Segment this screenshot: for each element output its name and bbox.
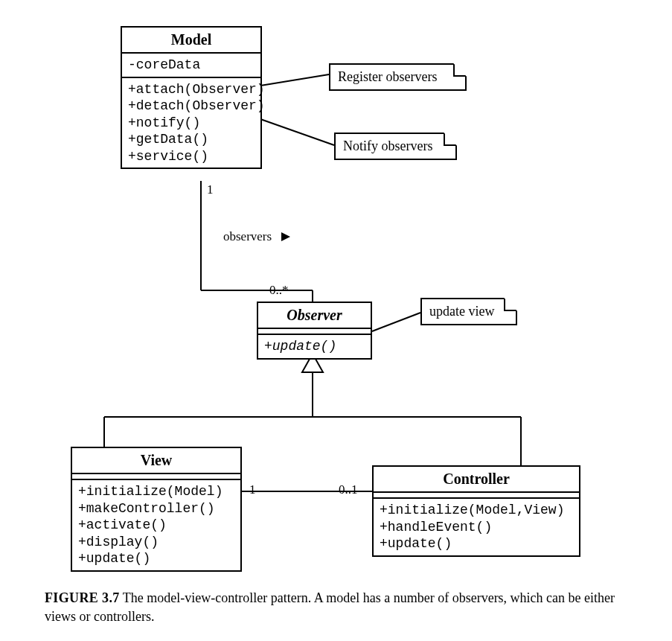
class-ops-model: +attach(Observer) +detach(Observer) +not… <box>122 78 260 168</box>
note-notify-observers: Notify observers <box>334 133 457 160</box>
class-observer: Observer +update() <box>257 302 372 360</box>
class-name-view: View <box>72 448 240 474</box>
svg-line-0 <box>260 74 329 86</box>
multiplicity-model: 1 <box>207 182 214 197</box>
multiplicity-observer: 0..* <box>269 283 289 298</box>
note-register-observers: Register observers <box>329 63 467 91</box>
figure-label: FIGURE 3.7 <box>45 590 120 605</box>
note-dogear-icon <box>444 133 457 146</box>
empty-attrs-sep <box>258 329 371 335</box>
note-text: Notify observers <box>343 138 432 153</box>
empty-attrs-sep <box>374 493 579 499</box>
note-dogear-icon <box>504 298 517 311</box>
class-attrs-model: -coreData <box>122 54 260 78</box>
figure-text: The model-view-controller pattern. A mod… <box>45 590 615 624</box>
figure-caption: FIGURE 3.7 The model-view-controller pat… <box>45 589 640 626</box>
class-name-observer: Observer <box>258 303 371 329</box>
svg-line-6 <box>372 313 420 331</box>
uml-diagram: Model -coreData +attach(Observer) +detac… <box>0 0 672 641</box>
role-observers: observers <box>223 229 272 244</box>
op: +handleEvent() <box>380 519 573 536</box>
class-ops-controller: +initialize(Model,View) +handleEvent() +… <box>374 499 579 555</box>
op: +notify() <box>128 115 255 132</box>
class-name-controller: Controller <box>374 467 579 493</box>
op: +display() <box>78 534 234 551</box>
op: +makeController() <box>78 500 234 517</box>
svg-line-1 <box>260 119 334 145</box>
note-text: Register observers <box>338 69 437 84</box>
class-controller: Controller +initialize(Model,View) +hand… <box>372 465 580 557</box>
op: +initialize(Model) <box>78 483 234 500</box>
op: +attach(Observer) <box>128 81 255 98</box>
note-update-view: update view <box>420 298 517 325</box>
op: +update() <box>380 535 573 552</box>
multiplicity-view: 1 <box>249 482 256 497</box>
class-model: Model -coreData +attach(Observer) +detac… <box>121 26 262 169</box>
op: +service() <box>128 148 255 165</box>
op: +initialize(Model,View) <box>380 502 573 519</box>
multiplicity-controller: 0..1 <box>339 482 358 497</box>
class-view: View +initialize(Model) +makeController(… <box>71 447 242 572</box>
op: +detach(Observer) <box>128 98 255 115</box>
op: +update() <box>78 550 234 567</box>
attr: -coreData <box>128 57 255 74</box>
op: +activate() <box>78 517 234 534</box>
class-name-model: Model <box>122 28 260 54</box>
empty-attrs-sep <box>72 474 240 480</box>
class-ops-observer: +update() <box>258 335 371 358</box>
op: +update() <box>264 338 365 355</box>
note-text: update view <box>429 304 494 319</box>
op: +getData() <box>128 131 255 148</box>
svg-marker-5 <box>281 232 290 241</box>
note-dogear-icon <box>453 63 467 77</box>
class-ops-view: +initialize(Model) +makeController() +ac… <box>72 480 240 570</box>
